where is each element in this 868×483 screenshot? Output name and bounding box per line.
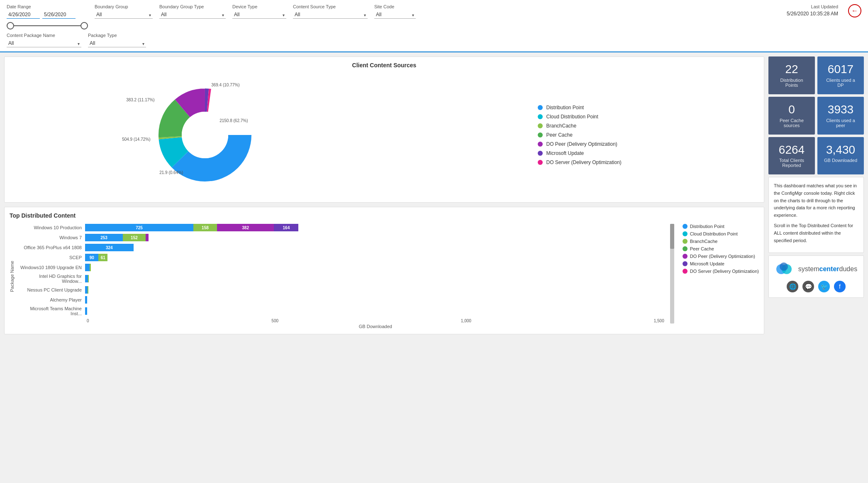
last-updated-group: Last Updated 5/26/2020 10:35:28 AM (787, 4, 838, 17)
content-source-type-select[interactable]: All (293, 11, 368, 19)
legend-item-mu: Microsoft Update (538, 150, 621, 156)
back-button[interactable]: ← (848, 4, 861, 17)
stat-label-pc: Peer Cache sources (773, 118, 810, 128)
bar-x-tick-1000: 1,000 (461, 319, 471, 323)
stat-card-dp[interactable]: 22 Distribution Points (768, 56, 815, 94)
date-range-group: Date Range (7, 4, 88, 29)
package-type-label: Package Type (88, 33, 146, 38)
date-end-input[interactable] (42, 11, 76, 19)
boundary-group-select[interactable]: All (95, 11, 153, 19)
bar-seg-7-0 (85, 296, 87, 304)
bar-segments-7 (85, 296, 87, 304)
bar-segments-8 (85, 307, 87, 315)
brand-logo: systemcenterdudes (774, 261, 858, 277)
legend-dot-cdp (538, 114, 543, 119)
bar-row-label-0: Windows 10 Production (19, 225, 85, 230)
boundary-group-filter: Boundary Group All (95, 4, 153, 19)
bar-row-label-5: Intel HD Graphics for Window... (19, 274, 85, 284)
bar-x-axis-label: GB Downloaded (19, 324, 664, 329)
stat-number-clients-dp: 6017 (822, 63, 859, 76)
stat-number-dp: 22 (773, 63, 810, 76)
brand-social-icons: 🌐 💬 🐦 f (774, 281, 858, 292)
bar-x-tick-0: 0 (87, 319, 89, 323)
legend-item-dp: Distribution Point (538, 105, 621, 110)
bar-row-label-3: SCEP (19, 255, 85, 260)
device-type-select[interactable]: All (232, 11, 286, 19)
main-content: Client Content Sources (0, 52, 868, 338)
brand-icon-support[interactable]: 💬 (802, 281, 814, 292)
bar-seg-1-2 (146, 234, 149, 241)
legend-dot-bc (538, 123, 543, 128)
site-code-filter: Site Code All (374, 4, 416, 19)
donut-chart-title: Client Content Sources (10, 62, 759, 69)
brand-icon-twitter[interactable]: 🐦 (818, 281, 830, 292)
package-type-select[interactable]: All (88, 39, 146, 47)
bar-legend-bc: BranchCache (683, 239, 759, 244)
legend-label-dp: Distribution Point (546, 105, 584, 110)
content-source-type-label: Content Source Type (293, 4, 368, 9)
bar-row-8: Microsoft Teams Machine Inst... (19, 306, 664, 316)
legend-label-pc: Peer Cache (546, 132, 572, 138)
date-start-input[interactable] (7, 11, 40, 19)
stat-number-total: 6264 (773, 144, 810, 157)
bar-segments-3: 9061 (85, 254, 107, 261)
content-package-name-select[interactable]: All (7, 39, 81, 47)
boundary-group-label: Boundary Group (95, 4, 153, 9)
slider-track (14, 25, 80, 26)
site-code-select[interactable]: All (374, 11, 416, 19)
bar-seg-1-1: 152 (123, 234, 146, 241)
bar-seg-5-0 (85, 275, 88, 282)
bar-segments-5 (85, 275, 89, 282)
brand-icon-globe[interactable]: 🌐 (787, 281, 798, 292)
date-range-label: Date Range (7, 4, 88, 9)
boundary-group-type-select[interactable]: All (159, 11, 226, 19)
boundary-group-type-label: Boundary Group Type (159, 4, 226, 9)
bar-row-7: Alchemy Player (19, 296, 664, 304)
donut-label-bc: 21.9 (0.64%) (159, 170, 183, 175)
stat-row-2: 0 Peer Cache sources 3933 Clients used a… (768, 97, 864, 135)
site-code-label: Site Code (374, 4, 416, 9)
stat-card-pc[interactable]: 0 Peer Cache sources (768, 97, 815, 135)
bar-seg-4-1 (90, 264, 91, 271)
info-text-2: Scroll in the Top Distributed Content fo… (774, 222, 858, 244)
legend-item-cdp: Cloud Distribution Point (538, 114, 621, 120)
bar-legend-mu: Microsoft Update (683, 261, 759, 266)
left-panel: Client Content Sources (4, 56, 764, 334)
legend-item-pc: Peer Cache (538, 132, 621, 138)
stat-card-total[interactable]: 6264 Total Clients Reported (768, 137, 815, 175)
legend-label-cdp: Cloud Distribution Point (546, 114, 598, 120)
donut-svg (147, 77, 263, 193)
stat-label-clients-dp: Clients used a DP (822, 78, 859, 88)
slider-start[interactable] (7, 22, 14, 29)
bar-scrollbar-thumb[interactable] (670, 224, 674, 249)
bar-legend-dot-dp (683, 224, 688, 229)
stat-card-gb[interactable]: 3,430 GB Downloaded (817, 137, 864, 175)
bar-segments-6 (85, 286, 88, 294)
brand-icon-facebook[interactable]: f (834, 281, 846, 292)
stat-number-gb: 3,430 (822, 144, 859, 157)
brand-dudes: dudes (839, 265, 858, 272)
bar-segments-4 (85, 264, 91, 271)
bar-y-axis-label: Package Name (10, 224, 15, 329)
slider-end[interactable] (80, 22, 88, 29)
bar-legend-cdp: Cloud Distribution Point (683, 231, 759, 236)
bar-scrollbar[interactable] (670, 224, 674, 324)
legend-item-dos: DO Server (Delivery Optimization) (538, 159, 621, 165)
donut-label-cdp: 369.4 (10.77%) (211, 83, 239, 87)
bar-x-ticks: 0 500 1,000 1,500 (19, 319, 664, 323)
top-bar: Date Range Boundary Group All (0, 0, 868, 52)
stat-row-3: 6264 Total Clients Reported 3,430 GB Dow… (768, 137, 864, 175)
bar-row-label-2: Office 365 ProPlus x64 1808 (19, 245, 85, 250)
donut-label-dop: 383.2 (11.17%) (126, 98, 154, 102)
bar-legend-dot-dop (683, 254, 688, 259)
bar-row-label-6: Nessus PC Client Upgrade (19, 287, 85, 292)
legend-label-bc: BranchCache (546, 123, 576, 129)
content-package-name-label: Content Package Name (7, 33, 81, 38)
stat-card-clients-dp[interactable]: 6017 Clients used a DP (817, 56, 864, 94)
right-panel: 22 Distribution Points 6017 Clients used… (768, 56, 864, 334)
bar-seg-0-1: 158 (193, 224, 217, 231)
last-updated-label: Last Updated (787, 4, 838, 9)
brand-card: systemcenterdudes 🌐 💬 🐦 f (768, 255, 864, 298)
bar-legend-label-mu: Microsoft Update (690, 261, 724, 266)
stat-card-clients-peer[interactable]: 3933 Clients used a peer (817, 97, 864, 135)
